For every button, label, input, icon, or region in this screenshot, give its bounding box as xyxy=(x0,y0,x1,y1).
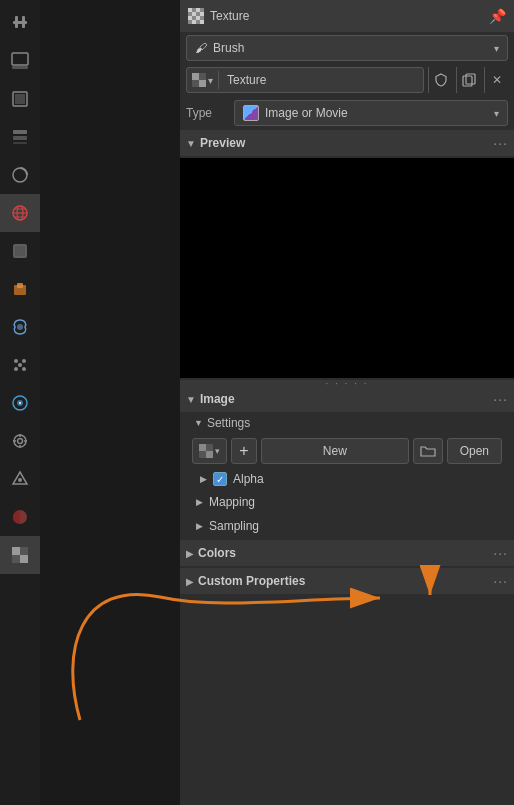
folder-icon xyxy=(420,444,436,458)
copy-icon xyxy=(462,73,476,87)
type-value: Image or Movie xyxy=(265,106,348,120)
scene-icon xyxy=(11,52,29,70)
svg-point-30 xyxy=(18,439,23,444)
svg-point-23 xyxy=(18,363,22,367)
mapping-label: Mapping xyxy=(209,495,255,509)
particles-icon xyxy=(11,356,29,374)
custom-props-section: ▶ Custom Properties ··· xyxy=(180,568,514,594)
preview-area xyxy=(180,158,514,378)
sidebar-item-particles[interactable] xyxy=(0,346,40,384)
type-label: Type xyxy=(186,106,226,120)
material-icon xyxy=(11,508,29,526)
texture-header-icon xyxy=(188,8,204,24)
sampling-triangle: ▶ xyxy=(196,521,203,531)
output-icon xyxy=(11,128,29,146)
texture-mini-checkerboard xyxy=(192,73,206,87)
alpha-triangle: ▶ xyxy=(200,474,207,484)
mapping-item[interactable]: ▶ Mapping xyxy=(180,490,514,514)
sidebar-item-output[interactable] xyxy=(0,118,40,156)
sidebar-item-scene2[interactable] xyxy=(0,194,40,232)
image-add-button[interactable]: + xyxy=(231,438,257,464)
svg-rect-44 xyxy=(199,80,206,87)
brush-dropdown[interactable]: 🖌 Brush ▾ xyxy=(186,35,508,61)
colors-section-header[interactable]: ▶ Colors ··· xyxy=(180,540,514,566)
custom-props-header[interactable]: ▶ Custom Properties ··· xyxy=(180,568,514,594)
preview-section-header[interactable]: ▼ Preview ··· xyxy=(180,130,514,156)
svg-rect-7 xyxy=(13,130,27,134)
type-dropdown-arrow: ▾ xyxy=(494,108,499,119)
type-icon xyxy=(243,105,259,121)
pin-button[interactable]: 📌 xyxy=(489,8,506,24)
texture-header: Texture 📌 xyxy=(180,0,514,32)
modifier-icon xyxy=(11,318,29,336)
sidebar-item-data[interactable] xyxy=(0,460,40,498)
svg-rect-9 xyxy=(13,142,27,144)
sidebar-item-object[interactable] xyxy=(0,270,40,308)
physics-icon xyxy=(11,394,29,412)
svg-rect-2 xyxy=(13,21,27,24)
texture-name: Texture xyxy=(219,71,423,89)
preview-menu-dots[interactable]: ··· xyxy=(493,135,508,151)
view-layer-icon xyxy=(11,166,29,184)
image-menu-dots[interactable]: ··· xyxy=(493,391,508,407)
middle-panel xyxy=(40,0,180,805)
sampling-label: Sampling xyxy=(209,519,259,533)
alpha-item[interactable]: ▶ ✓ Alpha xyxy=(180,468,514,490)
sidebar-item-scene[interactable] xyxy=(0,42,40,80)
new-label: New xyxy=(323,444,347,458)
svg-rect-3 xyxy=(12,53,28,65)
image-triangle: ▼ xyxy=(186,394,196,405)
svg-rect-6 xyxy=(15,94,25,104)
alpha-checkbox[interactable]: ✓ xyxy=(213,472,227,486)
svg-point-21 xyxy=(14,359,18,363)
sampling-item[interactable]: ▶ Sampling xyxy=(180,514,514,538)
sidebar-item-texture[interactable] xyxy=(0,536,40,574)
settings-label: Settings xyxy=(207,416,250,430)
image-type-button[interactable]: ▾ xyxy=(192,438,227,464)
image-open-button[interactable]: Open xyxy=(447,438,502,464)
custom-props-title: Custom Properties xyxy=(198,574,305,588)
right-panel: Texture 📌 🖌 Brush ▾ xyxy=(180,0,514,805)
texture-header-left: Texture xyxy=(188,8,249,24)
type-row: Type Image or Movie ▾ xyxy=(180,96,514,130)
left-sidebar xyxy=(0,0,40,805)
custom-props-menu-dots[interactable]: ··· xyxy=(493,573,508,589)
custom-props-triangle: ▶ xyxy=(186,576,194,587)
svg-point-20 xyxy=(17,324,23,330)
sidebar-item-world[interactable] xyxy=(0,232,40,270)
svg-point-22 xyxy=(22,359,26,363)
close-icon: ✕ xyxy=(492,73,502,87)
type-dropdown[interactable]: Image or Movie ▾ xyxy=(234,100,508,126)
texture-selector-chevron: ▾ xyxy=(208,75,213,86)
sidebar-item-modifier[interactable] xyxy=(0,308,40,346)
texture-shield-button[interactable] xyxy=(428,67,452,93)
svg-rect-8 xyxy=(13,136,27,140)
texture-selector-mini[interactable]: ▾ xyxy=(187,71,219,89)
brush-icon: 🖌 xyxy=(195,41,207,55)
svg-rect-19 xyxy=(17,283,23,288)
constraints-icon xyxy=(11,432,29,450)
image-new-button[interactable]: New xyxy=(261,438,409,464)
sidebar-item-tools[interactable] xyxy=(0,4,40,42)
sidebar-item-material[interactable] xyxy=(0,498,40,536)
preview-title: Preview xyxy=(200,136,245,150)
texture-close-button[interactable]: ✕ xyxy=(484,67,508,93)
colors-section: ▶ Colors ··· xyxy=(180,540,514,566)
sidebar-item-constraints[interactable] xyxy=(0,422,40,460)
texture-icon xyxy=(11,546,29,564)
sidebar-item-render[interactable] xyxy=(0,80,40,118)
image-folder-button[interactable] xyxy=(413,438,443,464)
svg-rect-48 xyxy=(199,444,206,451)
svg-point-25 xyxy=(22,367,26,371)
open-label: Open xyxy=(460,444,489,458)
sidebar-item-view-layer[interactable] xyxy=(0,156,40,194)
svg-rect-40 xyxy=(20,555,28,563)
settings-subsection-header[interactable]: ▼ Settings xyxy=(180,412,514,434)
colors-menu-dots[interactable]: ··· xyxy=(493,545,508,561)
image-section-header[interactable]: ▼ Image ··· xyxy=(180,386,514,412)
texture-copy-button[interactable] xyxy=(456,67,480,93)
sidebar-item-physics[interactable] xyxy=(0,384,40,422)
texture-selector[interactable]: ▾ Texture xyxy=(186,67,424,93)
svg-point-36 xyxy=(18,478,22,482)
alpha-label: Alpha xyxy=(233,472,264,486)
